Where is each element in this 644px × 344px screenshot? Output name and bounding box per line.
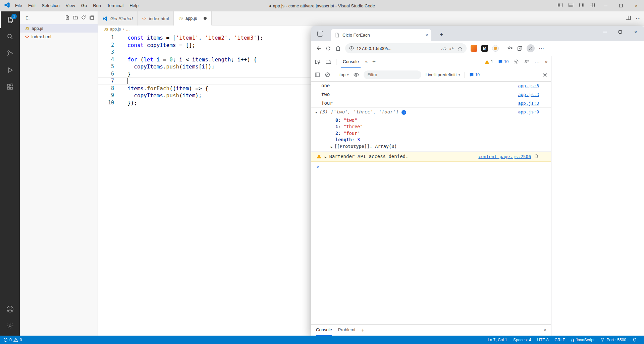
context-selector[interactable]: top ▾ [339,72,349,77]
menu-edit[interactable]: Edit [25,0,39,11]
tab-close-icon[interactable]: × [425,33,428,38]
profile-avatar[interactable] [527,44,535,52]
drawer-tab-console[interactable]: Console [316,325,332,336]
tab-index-html[interactable]: <>index.html [138,11,174,26]
menu-run[interactable]: Run [90,0,104,11]
problems-status[interactable]: 0 0 [0,338,22,342]
devtools-settings-icon[interactable] [514,59,519,64]
console-row-log[interactable]: twoapp.js:3 [311,90,551,99]
site-info-icon[interactable] [349,46,354,51]
source-link[interactable]: app.js:3 [518,83,539,89]
extensions-icon[interactable] [0,79,20,95]
editor-more-actions-icon[interactable]: ⋯ [636,15,641,21]
device-toolbar-icon[interactable] [325,59,331,65]
array-entry-2[interactable]: 2: "four" [311,130,551,137]
customize-layout-icon[interactable] [590,2,595,9]
array-entry-length[interactable]: length: 3 [311,137,551,143]
file-item-app-js[interactable]: JSapp.js [20,24,98,33]
inspect-element-icon[interactable] [315,59,321,65]
add-favorite-icon[interactable] [458,46,463,51]
new-folder-icon[interactable] [73,15,78,21]
maximize-button[interactable] [613,0,629,11]
live-expression-eye-icon[interactable] [353,72,359,78]
back-icon[interactable] [315,45,321,51]
menu-go[interactable]: Go [78,0,90,11]
warnings-badge[interactable]: 1 [485,59,493,64]
minimize-button[interactable] [598,0,613,11]
account-icon[interactable] [0,301,20,317]
collections-icon[interactable] [517,46,523,51]
status-javascript[interactable]: {}JavaScript [568,336,598,344]
more-tabs-icon[interactable]: » [365,59,368,64]
add-tool-icon[interactable]: + [372,58,376,65]
toggle-sidebar-icon[interactable] [557,2,563,9]
menu-file[interactable]: File [12,0,25,11]
file-item-index-html[interactable]: <>index.html [20,33,98,41]
toggle-panel-icon[interactable] [568,2,574,9]
status-crlf[interactable]: CRLF [551,336,568,344]
home-icon[interactable] [335,45,341,51]
drawer-add-icon[interactable]: + [361,327,364,333]
menu-selection[interactable]: Selection [39,0,62,11]
filter-input[interactable] [364,70,421,79]
tab-actions-icon[interactable] [317,31,323,37]
magnifier-icon[interactable] [534,154,539,159]
console-row-log[interactable]: fourapp.js:3 [311,99,551,108]
console-sidebar-icon[interactable] [315,72,320,78]
explorer-icon[interactable]: 1 [0,11,20,28]
collapse-caret-icon[interactable]: ▼ [315,110,317,115]
extension-ublock-icon[interactable] [471,45,477,52]
status-utf-8[interactable]: UTF-8 [534,336,551,344]
status-port-5500[interactable]: Port : 5500 [597,336,629,344]
array-preview-row[interactable]: ▼(3) ['two', 'three', 'four']iapp.js:9 [311,108,551,117]
array-entry-1[interactable]: 1: "three" [311,124,551,130]
status-spaces-4[interactable]: Spaces: 4 [510,336,534,344]
expand-caret-icon[interactable]: ▶ [325,154,326,160]
expand-caret-icon[interactable]: ▶ [331,144,332,150]
breadcrumb-more[interactable]: ... [126,27,129,32]
new-file-icon[interactable] [65,15,70,21]
console-output[interactable]: oneapp.js:3twoapp.js:3fourapp.js:3▼(3) [… [311,82,551,324]
console-settings-icon[interactable] [542,72,548,78]
array-entry-prototype[interactable]: ▶[[Prototype]]: Array(0) [311,143,551,150]
source-link[interactable]: app.js:9 [518,109,539,115]
status-ln-7-col-1[interactable]: Ln 7, Col 1 [485,336,510,344]
feedback-icon[interactable] [524,59,529,64]
browser-tab[interactable]: Ciclo ForEach × [331,29,431,41]
drawer-tab-problemi[interactable]: Problemi [338,325,355,336]
source-link[interactable]: app.js:3 [518,100,539,106]
extension-cookie-icon[interactable] [492,45,499,52]
split-editor-icon[interactable] [626,15,631,22]
devtools-close-icon[interactable]: × [545,59,548,65]
read-aloud-icon[interactable]: A [441,46,447,51]
notifications-bell-icon[interactable] [629,336,640,344]
console-row-log[interactable]: oneapp.js:3 [311,82,551,90]
modified-dot-icon[interactable] [204,17,207,20]
source-link[interactable]: app.js:3 [518,92,539,97]
extension-m-icon[interactable]: M [481,45,488,52]
info-icon[interactable]: i [401,110,406,115]
favorites-icon[interactable] [507,46,513,51]
source-link[interactable]: content_page.js:2506 [478,154,531,159]
source-control-icon[interactable] [0,45,20,62]
array-entry-0[interactable]: 0: "two" [311,117,551,124]
settings-gear-icon[interactable] [0,317,20,334]
collapse-all-icon[interactable] [89,15,94,21]
refresh-icon[interactable] [81,15,86,21]
messages-count[interactable]: 10 [469,72,480,77]
menu-view[interactable]: View [63,0,78,11]
clear-console-icon[interactable] [325,72,330,78]
close-button[interactable]: × [629,0,644,11]
address-bar[interactable]: 127.0.0.1:5500/i... A aA [345,43,467,53]
translate-icon[interactable]: aA [449,46,455,51]
run-debug-icon[interactable] [0,62,20,79]
browser-menu-icon[interactable]: ⋯ [539,45,544,52]
search-icon[interactable] [0,28,20,45]
breadcrumb-file[interactable]: app.js [110,27,121,32]
menu-help[interactable]: Help [126,0,142,11]
toggle-secondary-sidebar-icon[interactable] [579,2,584,9]
devtools-menu-icon[interactable]: ⋯ [534,59,540,65]
page-viewport[interactable] [551,56,644,336]
tab-get-started[interactable]: Get Started [98,11,138,26]
tab-app-js[interactable]: JSapp.js [174,11,212,26]
